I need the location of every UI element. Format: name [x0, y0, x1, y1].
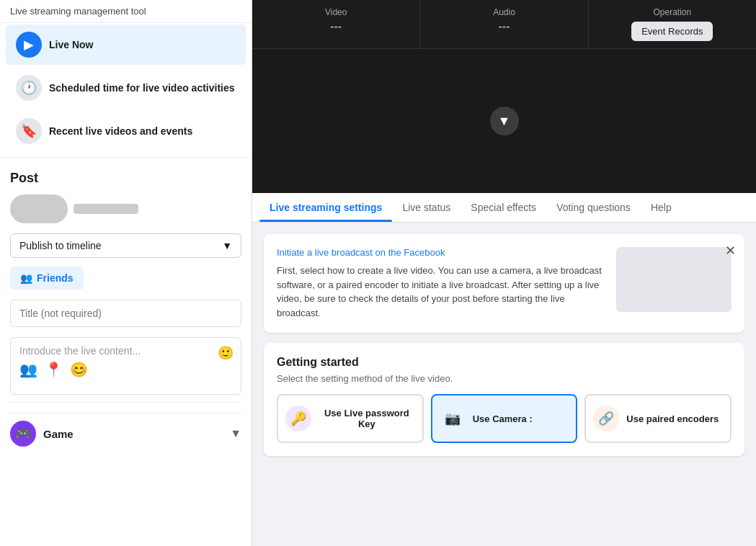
tab-voting[interactable]: Voting questions — [546, 193, 641, 222]
method-live-key-button[interactable]: 🔑 Use Live password Key — [277, 394, 424, 443]
avatar — [10, 194, 68, 223]
video-col: Video --- — [252, 0, 420, 48]
operation-col: Operation Event Records — [589, 0, 756, 48]
app-title: Live streaming management tool — [0, 0, 252, 23]
operation-label: Operation — [600, 7, 744, 17]
friends-icon: 👥 — [20, 272, 32, 284]
video-dark-area: ▼ — [252, 49, 756, 193]
post-name — [74, 204, 138, 214]
content-input-area: Introduce the live content... 🙂 👥 📍 😊 — [10, 337, 241, 395]
broadcast-card-image — [616, 247, 731, 312]
location-icon[interactable]: 📍 — [45, 361, 63, 378]
audio-label: Audio — [432, 7, 576, 17]
video-label: Video — [264, 7, 408, 17]
method-encoder-label: Use paired encoders — [626, 413, 719, 424]
game-label: Game — [43, 428, 230, 440]
post-section-title: Post — [0, 162, 252, 189]
emoji-add-icon[interactable]: 😊 — [70, 361, 88, 378]
tag-people-icon[interactable]: 👥 — [19, 361, 37, 378]
content-placeholder: Introduce the live content... — [19, 345, 232, 357]
tab-special-effects[interactable]: Special effects — [461, 193, 546, 222]
game-chevron-icon: ▼ — [230, 427, 241, 440]
post-avatar-area — [0, 189, 252, 229]
live-now-label: Live Now — [49, 39, 93, 50]
scheduled-label: Scheduled time for live video activities — [49, 82, 235, 94]
video-value: --- — [264, 20, 408, 33]
live-now-icon: ▶ — [16, 32, 42, 58]
audio-value: --- — [432, 20, 576, 33]
getting-started-title: Getting started — [277, 356, 731, 369]
method-camera-button[interactable]: 📷 Use Camera : — [431, 394, 578, 443]
collapse-button[interactable]: ▼ — [490, 107, 519, 135]
broadcast-card: Initiate a live broadcast on the Faceboo… — [264, 234, 744, 333]
recent-label: Recent live videos and events — [49, 125, 192, 137]
tab-live-status[interactable]: Live status — [392, 193, 461, 222]
sidebar-item-scheduled[interactable]: 🕐 Scheduled time for live video activiti… — [6, 68, 246, 108]
broadcast-card-body: First, select how to create a live video… — [277, 264, 605, 320]
sidebar-item-recent[interactable]: 🔖 Recent live videos and events — [6, 111, 246, 151]
tab-live-settings[interactable]: Live streaming settings — [259, 193, 392, 222]
friends-button[interactable]: 👥 Friends — [10, 267, 84, 290]
emoji-icon[interactable]: 🙂 — [218, 345, 234, 361]
tabs-bar: Live streaming settings Live status Spec… — [252, 193, 756, 223]
close-button[interactable]: ✕ — [725, 243, 736, 259]
game-icon: 🎮 — [10, 421, 36, 447]
getting-started-card: Getting started Select the setting metho… — [264, 343, 744, 456]
event-records-button[interactable]: Event Records — [631, 22, 713, 41]
method-buttons: 🔑 Use Live password Key 📷 Use Camera : 🔗… — [277, 394, 731, 443]
video-top-bar: Video --- Audio --- Operation Event Reco… — [252, 0, 756, 49]
broadcast-card-text: Initiate a live broadcast on the Faceboo… — [277, 247, 605, 320]
main-content: Video --- Audio --- Operation Event Reco… — [252, 0, 756, 546]
sidebar-item-live-now[interactable]: ▶ Live Now — [6, 24, 246, 65]
bookmark-icon: 🔖 — [16, 118, 42, 144]
clock-icon: 🕐 — [16, 75, 42, 101]
audio-col: Audio --- — [420, 0, 588, 48]
content-area: Initiate a live broadcast on the Faceboo… — [252, 223, 756, 546]
chevron-down-icon: ▼ — [498, 114, 511, 129]
publish-dropdown[interactable]: Publish to timeline ▼ — [10, 233, 241, 258]
broadcast-card-title: Initiate a live broadcast on the Faceboo… — [277, 247, 605, 258]
encoder-icon: 🔗 — [593, 406, 619, 431]
tab-help[interactable]: Help — [641, 193, 682, 222]
method-camera-label: Use Camera : — [473, 413, 533, 424]
method-encoder-button[interactable]: 🔗 Use paired encoders — [584, 394, 731, 443]
camera-icon: 📷 — [440, 406, 466, 431]
method-live-key-label: Use Live password Key — [319, 408, 415, 429]
game-section[interactable]: 🎮 Game ▼ — [10, 413, 241, 447]
title-input[interactable] — [10, 300, 241, 327]
chevron-down-icon: ▼ — [222, 240, 232, 251]
key-icon: 🔑 — [285, 406, 311, 431]
publish-label: Publish to timeline — [19, 240, 102, 251]
getting-started-subtitle: Select the setting method of the live vi… — [277, 373, 731, 384]
friends-label: Friends — [37, 272, 74, 284]
sidebar: Live streaming management tool ▶ Live No… — [0, 0, 252, 546]
